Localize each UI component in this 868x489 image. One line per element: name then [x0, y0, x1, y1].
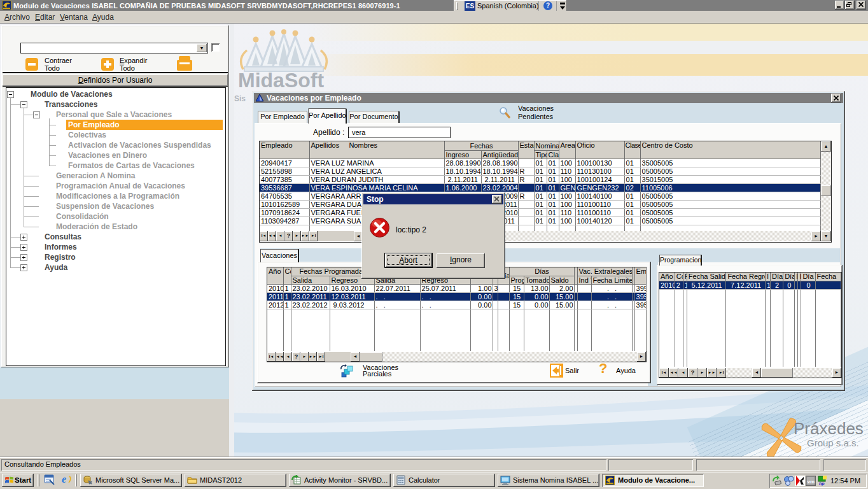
- svg-text:Práxedes: Práxedes: [794, 419, 864, 438]
- svg-text:Sis: Sis: [234, 94, 246, 103]
- svg-text:vm: vm: [808, 479, 815, 485]
- svg-text:MidaSoft: MidaSoft: [238, 69, 324, 92]
- svg-text:e: e: [62, 474, 66, 485]
- svg-text:hp: hp: [819, 481, 825, 486]
- svg-text:Group s.a.s.: Group s.a.s.: [807, 437, 859, 448]
